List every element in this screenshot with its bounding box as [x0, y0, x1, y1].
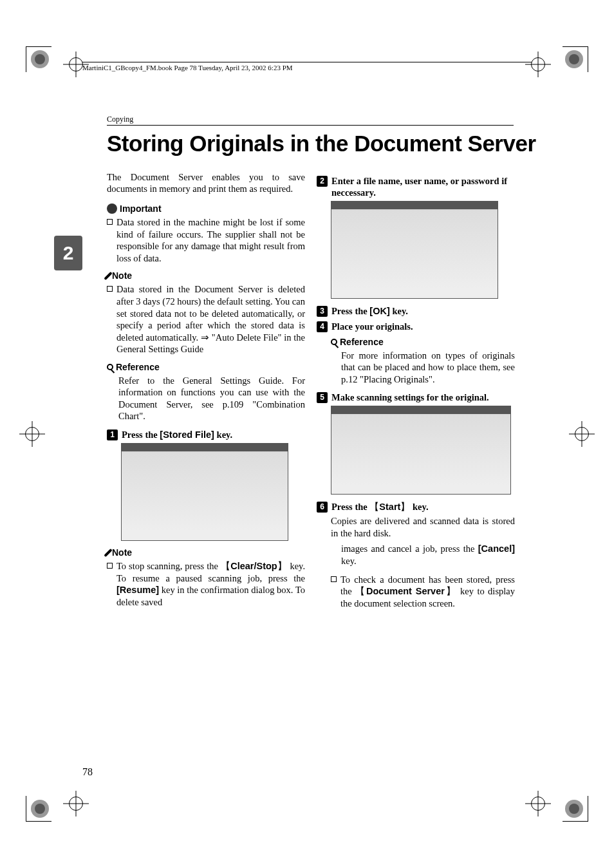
chapter-label: Copying [107, 115, 514, 126]
document-server-key: Document Server [355, 586, 456, 596]
note2-pre: To stop scanning, press the [116, 561, 221, 571]
step3-post: key. [390, 306, 408, 316]
page-number: 78 [82, 766, 93, 778]
tail-2: To check a document has been stored, pre… [331, 574, 515, 610]
chapter-tab: 2 [54, 236, 82, 270]
registration-dot-icon [31, 800, 49, 818]
note-item: Data stored in the Document Server is de… [107, 283, 305, 355]
step-3: 3 Press the [OK] key. [317, 305, 515, 317]
step-number-icon: 2 [317, 176, 328, 187]
registration-target-icon [569, 421, 595, 447]
gear-icon [107, 203, 117, 214]
step-6-text: Press the Start key. [331, 501, 429, 513]
tail1-post: key. [341, 556, 357, 566]
stored-file-key: [Stored File] [160, 429, 214, 440]
clear-stop-key: Clear/Stop [221, 561, 288, 571]
start-key: Start [369, 502, 410, 512]
intro-text: The Document Server enables you to save … [107, 171, 305, 194]
step-3-text: Press the [OK] key. [331, 305, 408, 317]
registration-target-icon [525, 791, 551, 816]
reference-heading: Reference [107, 362, 305, 372]
step-6-body: Copies are delivered and scanned data is… [331, 515, 515, 539]
step6-pre: Press the [331, 502, 369, 512]
step-6: 6 Press the Start key. [317, 501, 515, 513]
reference-text: Refer to the General Settings Guide. For… [118, 375, 305, 422]
pencil-icon [104, 272, 112, 280]
copier-screenshot-2 [331, 201, 498, 299]
ok-key: [OK] [369, 306, 389, 316]
step-number-icon: 3 [317, 306, 328, 317]
book-header: MartiniC1_GBcopy4_FM.book Page 78 Tuesda… [82, 62, 532, 71]
note-2-text: To stop scanning, press the Clear/Stop k… [116, 560, 305, 608]
step-number-icon: 4 [317, 321, 328, 332]
step-1-text: Press the [Stored File] key. [122, 429, 232, 440]
tail1-pre: images and cancel a job, press the [341, 543, 478, 554]
important-label: Important [120, 203, 162, 214]
step-number-icon: 6 [317, 502, 328, 513]
tail-1: images and cancel a job, press the [Canc… [341, 543, 515, 567]
note-heading: Note [107, 270, 305, 281]
pencil-icon [104, 548, 112, 556]
reference-2-text: For more information on types of origina… [341, 350, 515, 386]
step-1-pre: Press the [122, 429, 160, 440]
note-text: Data stored in the Document Server is de… [116, 283, 305, 355]
registration-target-icon [63, 791, 89, 816]
step-2-text: Enter a file name, user name, or passwor… [331, 175, 515, 198]
checkbox-icon [331, 576, 337, 582]
reference-label: Reference [116, 362, 160, 372]
checkbox-icon [107, 219, 113, 225]
step-number-icon: 1 [107, 429, 118, 440]
step-number-icon: 5 [317, 392, 328, 403]
step-4-text: Place your originals. [331, 321, 413, 332]
magnifier-icon [107, 364, 113, 370]
copier-screenshot-1 [121, 443, 288, 541]
magnifier-icon [331, 339, 337, 345]
step-4: 4 Place your originals. [317, 321, 515, 332]
step-5: 5 Make scanning settings for the origina… [317, 392, 515, 403]
cancel-key: [Cancel] [478, 543, 515, 554]
note-heading-2: Note [107, 547, 305, 558]
registration-dot-icon [565, 800, 583, 818]
step-2: 2 Enter a file name, user name, or passw… [317, 175, 515, 198]
page-body: The Document Server enables you to save … [107, 171, 516, 616]
step-1: 1 Press the [Stored File] key. [107, 429, 305, 440]
step-5-text: Make scanning settings for the original. [331, 392, 489, 403]
copier-screenshot-3 [331, 406, 511, 495]
left-column: The Document Server enables you to save … [107, 171, 305, 616]
tail-2-text: To check a document has been stored, pre… [340, 574, 515, 610]
important-heading: Important [107, 203, 305, 214]
note-label-2: Note [112, 547, 132, 558]
checkbox-icon [107, 286, 113, 292]
registration-target-icon [19, 421, 45, 447]
step-1-post: key. [214, 429, 232, 440]
registration-dot-icon [565, 50, 583, 68]
note-label: Note [112, 270, 132, 281]
registration-dot-icon [31, 50, 49, 68]
important-item: Data stored in the machine might be lost… [107, 216, 305, 264]
important-text: Data stored in the machine might be lost… [116, 216, 305, 264]
step3-pre: Press the [331, 306, 369, 316]
note-item-2: To stop scanning, press the Clear/Stop k… [107, 560, 305, 608]
reference-heading-2: Reference [331, 337, 515, 347]
step6-post: key. [410, 502, 428, 512]
resume-key: [Resume] [116, 585, 159, 595]
right-column: 2 Enter a file name, user name, or passw… [317, 171, 515, 616]
page-title: Storing Originals in the Document Server [107, 131, 536, 156]
reference-label-2: Reference [340, 337, 384, 347]
checkbox-icon [107, 563, 113, 569]
